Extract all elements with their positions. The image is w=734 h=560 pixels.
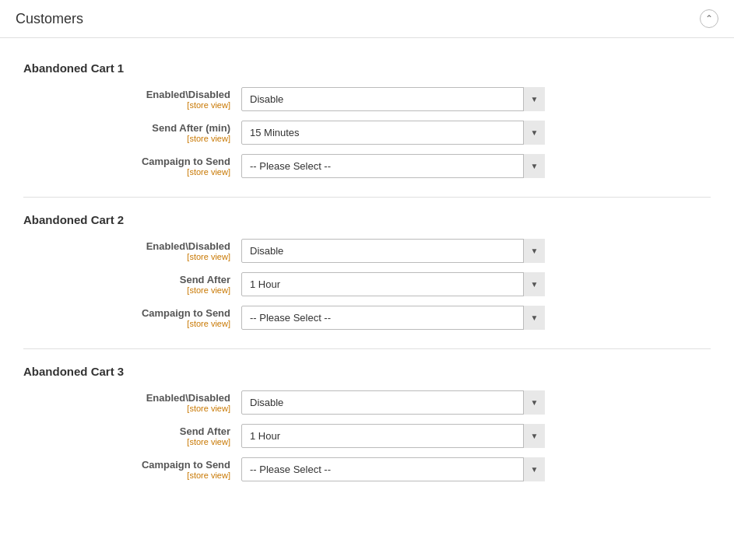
select-send_after3[interactable]: 1 Hour2 Hours3 Hours bbox=[241, 424, 545, 448]
label-col-send_after3: Send After[store view] bbox=[23, 425, 241, 446]
section-cart1: Abandoned Cart 1Enabled\Disabled[store v… bbox=[23, 61, 711, 178]
form-row-enabled2: Enabled\Disabled[store view]DisableEnabl… bbox=[23, 239, 711, 263]
select-wrapper-send_after_min1: 15 Minutes30 Minutes60 Minutes▼ bbox=[241, 121, 545, 145]
field-col-enabled3: DisableEnable▼ bbox=[241, 390, 711, 415]
select-wrapper-enabled3: DisableEnable▼ bbox=[241, 390, 545, 415]
select-wrapper-campaign3: -- Please Select --▼ bbox=[241, 457, 545, 481]
label-col-enabled3: Enabled\Disabled[store view] bbox=[23, 392, 241, 413]
field-label-enabled2: Enabled\Disabled bbox=[23, 240, 230, 252]
select-wrapper-enabled1: DisableEnable▼ bbox=[241, 87, 545, 111]
field-label-send_after_min1: Send After (min) bbox=[23, 122, 230, 134]
page-title: Customers bbox=[16, 11, 83, 27]
collapse-button[interactable]: ⌃ bbox=[700, 9, 718, 28]
store-view-label-enabled2: [store view] bbox=[23, 252, 230, 261]
section-divider-1 bbox=[23, 348, 711, 349]
section-title-cart1: Abandoned Cart 1 bbox=[23, 61, 711, 75]
page-header: Customers ⌃ bbox=[0, 0, 734, 38]
form-row-enabled3: Enabled\Disabled[store view]DisableEnabl… bbox=[23, 390, 711, 415]
content-area: Abandoned Cart 1Enabled\Disabled[store v… bbox=[0, 38, 734, 516]
section-title-cart2: Abandoned Cart 2 bbox=[23, 213, 711, 226]
field-label-enabled3: Enabled\Disabled bbox=[23, 392, 230, 404]
label-col-campaign3: Campaign to Send[store view] bbox=[23, 459, 241, 480]
form-row-campaign3: Campaign to Send[store view]-- Please Se… bbox=[23, 457, 711, 481]
form-row-campaign1: Campaign to Send[store view]-- Please Se… bbox=[23, 154, 711, 178]
form-row-enabled1: Enabled\Disabled[store view]DisableEnabl… bbox=[23, 87, 711, 111]
field-col-send_after_min1: 15 Minutes30 Minutes60 Minutes▼ bbox=[241, 121, 711, 145]
section-title-cart3: Abandoned Cart 3 bbox=[23, 365, 711, 378]
label-col-send_after_min1: Send After (min)[store view] bbox=[23, 122, 241, 143]
field-label-campaign2: Campaign to Send bbox=[23, 307, 230, 319]
label-col-campaign2: Campaign to Send[store view] bbox=[23, 307, 241, 328]
store-view-label-enabled1: [store view] bbox=[23, 100, 230, 110]
store-view-label-campaign2: [store view] bbox=[23, 319, 230, 328]
select-enabled1[interactable]: DisableEnable bbox=[241, 87, 545, 111]
field-col-enabled1: DisableEnable▼ bbox=[241, 87, 711, 111]
select-campaign2[interactable]: -- Please Select -- bbox=[241, 306, 545, 330]
field-col-send_after2: 1 Hour2 Hours3 Hours▼ bbox=[241, 272, 711, 296]
label-col-send_after2: Send After[store view] bbox=[23, 274, 241, 295]
form-row-campaign2: Campaign to Send[store view]-- Please Se… bbox=[23, 306, 711, 330]
field-col-campaign2: -- Please Select --▼ bbox=[241, 306, 711, 330]
field-label-send_after2: Send After bbox=[23, 274, 230, 285]
form-row-send_after3: Send After[store view]1 Hour2 Hours3 Hou… bbox=[23, 424, 711, 448]
field-label-campaign3: Campaign to Send bbox=[23, 459, 230, 471]
select-wrapper-enabled2: DisableEnable▼ bbox=[241, 239, 545, 263]
field-label-enabled1: Enabled\Disabled bbox=[23, 89, 230, 100]
section-divider-0 bbox=[23, 197, 711, 198]
select-campaign1[interactable]: -- Please Select -- bbox=[241, 154, 545, 178]
select-enabled3[interactable]: DisableEnable bbox=[241, 390, 545, 415]
field-label-send_after3: Send After bbox=[23, 425, 230, 437]
field-col-send_after3: 1 Hour2 Hours3 Hours▼ bbox=[241, 424, 711, 448]
select-campaign3[interactable]: -- Please Select -- bbox=[241, 457, 545, 481]
select-wrapper-send_after2: 1 Hour2 Hours3 Hours▼ bbox=[241, 272, 545, 296]
select-wrapper-send_after3: 1 Hour2 Hours3 Hours▼ bbox=[241, 424, 545, 448]
select-send_after2[interactable]: 1 Hour2 Hours3 Hours bbox=[241, 272, 545, 296]
select-enabled2[interactable]: DisableEnable bbox=[241, 239, 545, 263]
label-col-campaign1: Campaign to Send[store view] bbox=[23, 156, 241, 177]
select-wrapper-campaign2: -- Please Select --▼ bbox=[241, 306, 545, 330]
section-cart2: Abandoned Cart 2Enabled\Disabled[store v… bbox=[23, 213, 711, 330]
field-col-campaign3: -- Please Select --▼ bbox=[241, 457, 711, 481]
store-view-label-campaign3: [store view] bbox=[23, 471, 230, 480]
field-col-enabled2: DisableEnable▼ bbox=[241, 239, 711, 263]
label-col-enabled2: Enabled\Disabled[store view] bbox=[23, 240, 241, 261]
label-col-enabled1: Enabled\Disabled[store view] bbox=[23, 89, 241, 110]
section-cart3: Abandoned Cart 3Enabled\Disabled[store v… bbox=[23, 365, 711, 481]
select-send_after_min1[interactable]: 15 Minutes30 Minutes60 Minutes bbox=[241, 121, 545, 145]
store-view-label-send_after2: [store view] bbox=[23, 285, 230, 295]
select-wrapper-campaign1: -- Please Select --▼ bbox=[241, 154, 545, 178]
form-row-send_after2: Send After[store view]1 Hour2 Hours3 Hou… bbox=[23, 272, 711, 296]
store-view-label-enabled3: [store view] bbox=[23, 404, 230, 413]
store-view-label-send_after_min1: [store view] bbox=[23, 134, 230, 143]
store-view-label-campaign1: [store view] bbox=[23, 167, 230, 177]
field-col-campaign1: -- Please Select --▼ bbox=[241, 154, 711, 178]
field-label-campaign1: Campaign to Send bbox=[23, 156, 230, 167]
store-view-label-send_after3: [store view] bbox=[23, 437, 230, 446]
form-row-send_after_min1: Send After (min)[store view]15 Minutes30… bbox=[23, 121, 711, 145]
